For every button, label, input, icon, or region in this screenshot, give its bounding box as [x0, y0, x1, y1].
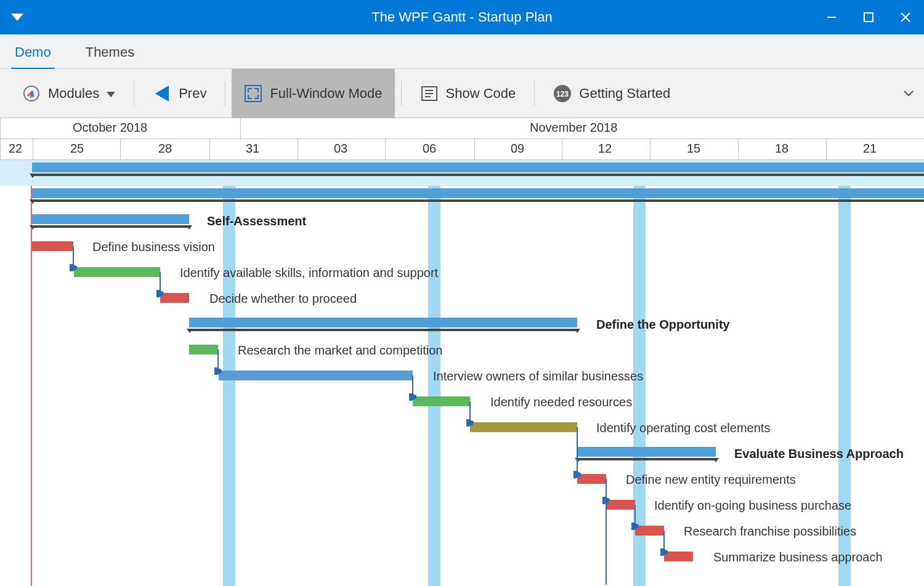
code-icon	[420, 84, 439, 103]
fullscreen-icon	[244, 84, 262, 103]
prev-label: Prev	[179, 86, 206, 102]
separator	[401, 81, 402, 106]
expand-toolbar-button[interactable]	[903, 89, 914, 98]
svg-text:123: 123	[556, 90, 569, 98]
title-bar: The WPF Gantt - Startup Plan	[0, 0, 924, 34]
svg-marker-0	[11, 14, 23, 21]
month-label: October 2018	[73, 121, 147, 135]
modules-label: Modules	[48, 86, 99, 102]
svg-rect-10	[245, 86, 261, 102]
day-label: 03	[334, 142, 347, 156]
tab-themes[interactable]: Themes	[83, 37, 137, 66]
show-code-label: Show Code	[446, 86, 516, 102]
prev-button[interactable]: Prev	[140, 76, 219, 111]
window-title: The WPF Gantt - Startup Plan	[0, 9, 924, 25]
show-code-button[interactable]: Show Code	[408, 76, 529, 111]
minimize-button[interactable]	[813, 0, 850, 34]
compass-icon	[22, 84, 41, 103]
dependency-arrows	[0, 160, 924, 586]
gantt-chart[interactable]: Self-Assessment Define business vision I…	[0, 160, 924, 586]
day-label: 25	[70, 142, 84, 156]
app-menu-button[interactable]	[0, 0, 34, 34]
day-label: 22	[9, 142, 22, 156]
separator	[534, 81, 535, 106]
separator	[134, 81, 134, 106]
tab-demo[interactable]: Demo	[12, 37, 54, 66]
svg-rect-2	[864, 13, 873, 22]
day-label: 21	[863, 142, 877, 156]
toolbar: Modules Prev Full-Window Mode	[0, 69, 924, 118]
svg-marker-9	[155, 86, 169, 102]
tab-strip: Demo Themes	[0, 34, 924, 69]
triangle-left-icon	[153, 84, 171, 103]
full-window-label: Full-Window Mode	[270, 86, 382, 102]
timeline-months: October 2018 November 2018	[0, 118, 924, 139]
close-button[interactable]	[887, 0, 924, 34]
window-controls	[813, 0, 924, 34]
day-label: 06	[423, 142, 436, 156]
day-label: 28	[158, 142, 172, 156]
month-label: November 2018	[530, 121, 617, 135]
timeline-header: October 2018 November 2018 22 25 28 31 0…	[0, 118, 924, 160]
maximize-button[interactable]	[850, 0, 887, 34]
getting-started-button[interactable]: 123 Getting Started	[541, 76, 683, 111]
day-label: 15	[687, 142, 700, 156]
timeline-days: 22 25 28 31 03 06 09 12 15 18 21	[0, 139, 924, 160]
getting-started-label: Getting Started	[579, 86, 670, 102]
modules-button[interactable]: Modules	[10, 76, 128, 111]
day-label: 09	[511, 142, 524, 156]
separator	[225, 81, 225, 106]
full-window-button[interactable]: Full-Window Mode	[232, 69, 394, 118]
chevron-down-icon	[107, 86, 115, 102]
day-label: 18	[775, 142, 788, 156]
day-label: 12	[598, 142, 612, 156]
day-label: 31	[246, 142, 259, 156]
svg-marker-8	[107, 92, 115, 97]
numbers-icon: 123	[553, 84, 572, 103]
